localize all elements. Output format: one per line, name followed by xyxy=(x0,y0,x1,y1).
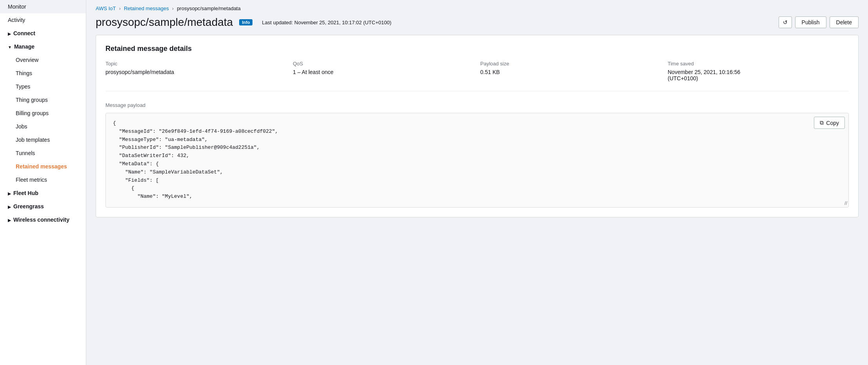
detail-label-2: Payload size xyxy=(480,61,661,67)
refresh-icon: ↺ xyxy=(783,19,788,25)
sidebar-item-things[interactable]: Things xyxy=(0,67,86,80)
sidebar-item-label: Things xyxy=(16,70,32,76)
detail-label-3: Time saved xyxy=(668,61,849,67)
publish-button[interactable]: Publish xyxy=(795,16,826,28)
detail-label-0: Topic xyxy=(105,61,287,67)
sidebar-item-wireless-connectivity[interactable]: Wireless connectivity xyxy=(0,213,86,226)
sidebar-item-manage[interactable]: Manage xyxy=(0,40,86,53)
detail-label-1: QoS xyxy=(293,61,474,67)
breadcrumb-retained-messages[interactable]: Retained messages xyxy=(124,5,169,11)
sidebar-item-thing-groups[interactable]: Thing groups xyxy=(0,93,86,107)
chevron-down-icon xyxy=(8,43,12,50)
copy-icon: ⧉ xyxy=(820,119,824,126)
chevron-right-icon xyxy=(8,217,11,223)
payload-section: Message payload { "MessageId": "26e9f849… xyxy=(105,102,849,208)
sidebar: MonitorActivityConnectManageOverviewThin… xyxy=(0,0,86,365)
sidebar-item-label: Wireless connectivity xyxy=(13,217,69,223)
sidebar-item-retained-messages[interactable]: Retained messages xyxy=(0,160,86,173)
chevron-right-icon xyxy=(8,190,11,196)
sidebar-item-jobs[interactable]: Jobs xyxy=(0,120,86,133)
copy-button[interactable]: ⧉ Copy xyxy=(814,117,845,129)
breadcrumb-aws-iot[interactable]: AWS IoT xyxy=(96,5,116,11)
sidebar-item-label: Billing groups xyxy=(16,110,49,116)
sidebar-item-job-templates[interactable]: Job templates xyxy=(0,133,86,146)
main-content: AWS IoT › Retained messages › prosysopc/… xyxy=(86,0,868,365)
sidebar-item-monitor[interactable]: Monitor xyxy=(0,0,86,13)
refresh-button[interactable]: ↺ xyxy=(779,16,792,28)
sidebar-item-fleet-metrics[interactable]: Fleet metrics xyxy=(0,173,86,186)
detail-value-2: 0.51 KB xyxy=(480,69,661,75)
sidebar-item-label: Overview xyxy=(16,57,38,63)
detail-item-1: QoS 1 – At least once xyxy=(293,61,474,81)
payload-content[interactable]: { "MessageId": "26e9f849-1efd-4f74-9169-… xyxy=(105,113,849,208)
sidebar-item-types[interactable]: Types xyxy=(0,80,86,93)
detail-value-3: November 25, 2021, 10:16:56(UTC+0100) xyxy=(668,69,849,81)
resize-handle[interactable]: // xyxy=(844,201,847,206)
sidebar-item-greengrass[interactable]: Greengrass xyxy=(0,200,86,213)
card-title: Retained message details xyxy=(105,45,849,53)
sidebar-item-billing-groups[interactable]: Billing groups xyxy=(0,107,86,120)
retained-message-card: Retained message details Topic prosysopc… xyxy=(96,35,859,217)
sidebar-item-label: Tunnels xyxy=(16,150,35,156)
sidebar-item-fleet-hub[interactable]: Fleet Hub xyxy=(0,186,86,200)
last-updated-text: Last updated: November 25, 2021, 10:17:0… xyxy=(262,20,391,25)
sidebar-item-label: Jobs xyxy=(16,123,27,130)
sidebar-item-label: Thing groups xyxy=(16,97,48,103)
sidebar-item-label: Types xyxy=(16,83,30,90)
sidebar-item-label: Job templates xyxy=(16,137,50,143)
chevron-right-icon xyxy=(8,30,11,36)
page-title: prosysopc/sample/metadata xyxy=(96,16,233,29)
sidebar-item-label: Connect xyxy=(13,30,35,36)
sidebar-item-label: Manage xyxy=(14,43,35,50)
page-header: prosysopc/sample/metadata Info Last upda… xyxy=(86,14,868,35)
breadcrumb-sep-1: › xyxy=(119,5,121,11)
sidebar-item-label: Monitor xyxy=(8,4,26,10)
detail-item-2: Payload size 0.51 KB xyxy=(480,61,661,81)
breadcrumb-current: prosysopc/sample/metadata xyxy=(177,5,241,11)
breadcrumb: AWS IoT › Retained messages › prosysopc/… xyxy=(86,0,868,14)
sidebar-item-label: Activity xyxy=(8,17,25,23)
sidebar-item-activity[interactable]: Activity xyxy=(0,13,86,27)
breadcrumb-sep-2: › xyxy=(172,5,174,11)
info-badge[interactable]: Info xyxy=(239,19,252,25)
sidebar-item-label: Fleet Hub xyxy=(13,190,38,196)
detail-item-3: Time saved November 25, 2021, 10:16:56(U… xyxy=(668,61,849,81)
details-grid: Topic prosysopc/sample/metadata QoS 1 – … xyxy=(105,61,849,91)
sidebar-item-tunnels[interactable]: Tunnels xyxy=(0,146,86,160)
delete-button[interactable]: Delete xyxy=(830,16,859,28)
sidebar-item-label: Fleet metrics xyxy=(16,177,47,183)
detail-value-1: 1 – At least once xyxy=(293,69,474,75)
sidebar-item-connect[interactable]: Connect xyxy=(0,27,86,40)
sidebar-item-overview[interactable]: Overview xyxy=(0,53,86,67)
sidebar-item-label: Retained messages xyxy=(16,163,67,170)
payload-label: Message payload xyxy=(105,102,849,108)
header-actions: ↺ Publish Delete xyxy=(779,16,859,28)
chevron-right-icon xyxy=(8,203,11,210)
sidebar-item-label: Greengrass xyxy=(13,203,44,210)
detail-value-0: prosysopc/sample/metadata xyxy=(105,69,287,75)
detail-item-0: Topic prosysopc/sample/metadata xyxy=(105,61,287,81)
payload-container: { "MessageId": "26e9f849-1efd-4f74-9169-… xyxy=(105,113,849,208)
